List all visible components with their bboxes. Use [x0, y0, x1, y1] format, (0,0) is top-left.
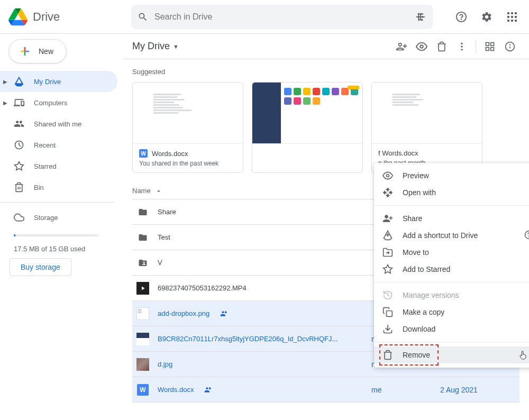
svg-point-6 — [420, 45, 423, 48]
header-icons — [451, 6, 525, 28]
details-button[interactable] — [500, 37, 519, 56]
logo-area[interactable]: Drive — [4, 7, 127, 26]
file-icon — [136, 282, 149, 295]
sidebar-divider — [0, 202, 114, 203]
word-doc-icon: W — [139, 149, 148, 158]
col-name-header[interactable]: Name — [132, 187, 371, 195]
svg-point-2 — [421, 19, 423, 21]
ctx-item-preview[interactable]: Preview — [374, 167, 529, 184]
file-icon — [136, 231, 149, 244]
share-button[interactable] — [392, 37, 411, 56]
table-row[interactable]: WWords.docxme2 Aug 2021 — [132, 377, 519, 403]
plus-icon — [19, 45, 31, 58]
file-name: V — [158, 259, 162, 267]
chevron-right-icon: ▶ — [3, 100, 7, 106]
drive-logo-icon — [8, 7, 28, 26]
sidebar-item-starred[interactable]: Starred — [0, 156, 117, 177]
help-icon[interactable] — [524, 230, 529, 241]
nav-label: Shared with me — [34, 120, 81, 128]
ctx-item-moveto[interactable]: Move to — [374, 244, 529, 261]
sidebar-item-shared[interactable]: Shared with me — [0, 113, 117, 134]
file-name: d.jpg — [158, 360, 172, 368]
nav-label: Recent — [34, 141, 56, 149]
suggested-card[interactable] — [252, 82, 363, 173]
search-icon — [138, 12, 148, 22]
preview-button[interactable] — [412, 37, 431, 56]
remove-icon — [382, 350, 393, 360]
file-icon — [136, 206, 149, 218]
sidebar-item-computers[interactable]: ▶ Computers — [0, 92, 117, 113]
preview-icon — [382, 170, 393, 181]
card-sub: You shared in the past week — [139, 160, 236, 167]
help-button[interactable] — [451, 6, 472, 28]
ctx-item-copy[interactable]: Make a copy — [374, 304, 529, 321]
nav: ▶ My Drive ▶ Computers Shared with me Re… — [0, 71, 123, 276]
breadcrumb[interactable]: My Drive ▼ — [132, 41, 179, 52]
bin-icon — [14, 182, 24, 193]
new-button-label: New — [39, 47, 53, 56]
card-title: f Words.docx — [378, 149, 418, 157]
card-thumb — [372, 83, 482, 144]
delete-button[interactable] — [432, 37, 451, 56]
file-icon — [136, 333, 149, 345]
file-owner: me — [371, 386, 440, 394]
ctx-label: Make a copy — [403, 308, 444, 316]
file-name: B9CR82Cn7011Lr7xhsg5ltyjYGDPE206q_Id_Dcv… — [158, 335, 338, 343]
header: Drive — [0, 0, 529, 34]
ctx-item-share[interactable]: Share — [374, 210, 529, 227]
suggested-card[interactable]: f Words.docx n the past month — [371, 82, 482, 173]
ctx-separator — [374, 342, 529, 342]
chevron-right-icon: ▶ — [3, 79, 7, 85]
file-icon — [136, 358, 149, 371]
file-name: 6982374075053162292.MP4 — [158, 284, 247, 292]
search-bar[interactable] — [131, 5, 433, 29]
svg-point-9 — [461, 49, 462, 50]
sidebar-item-my-drive[interactable]: ▶ My Drive — [0, 71, 117, 92]
moveto-icon — [382, 247, 393, 258]
versions-icon — [382, 290, 393, 300]
share-icon — [382, 213, 393, 224]
file-name: Test — [158, 233, 170, 241]
ctx-item-shortcut[interactable]: Add a shortcut to Drive — [374, 227, 529, 244]
nav-label: My Drive — [34, 78, 61, 86]
ctx-item-download[interactable]: Download — [374, 321, 529, 337]
toolbar-actions — [392, 37, 519, 56]
file-icon: ▪▪▪▪▪▪▪▪▪ — [136, 307, 149, 320]
more-button[interactable] — [452, 37, 471, 56]
breadcrumb-label: My Drive — [132, 41, 170, 52]
starred-icon — [14, 161, 24, 171]
ctx-label: Preview — [403, 171, 429, 180]
nav-label: Computers — [34, 99, 68, 107]
context-menu: PreviewOpen with›ShareAdd a shortcut to … — [374, 163, 529, 368]
suggested-row: WWords.docx You shared in the past week … — [132, 82, 519, 173]
suggested-card[interactable]: WWords.docx You shared in the past week — [132, 82, 243, 173]
search-options-icon[interactable] — [415, 11, 426, 23]
settings-button[interactable] — [476, 6, 497, 28]
file-name: Share — [158, 208, 176, 216]
svg-point-16 — [510, 44, 510, 45]
sidebar-item-storage[interactable]: Storage — [0, 207, 117, 228]
cloud-icon — [14, 212, 24, 223]
buy-storage-button[interactable]: Buy storage — [10, 258, 71, 276]
sidebar-item-bin[interactable]: Bin — [0, 177, 117, 198]
search-input[interactable] — [154, 12, 415, 22]
sidebar-item-recent[interactable]: Recent — [0, 134, 117, 156]
ctx-label: Manage versions — [403, 291, 459, 299]
new-button[interactable]: New — [8, 39, 67, 63]
card-thumb — [252, 83, 362, 144]
file-icon: W — [136, 384, 149, 396]
nav-label: Starred — [34, 162, 57, 170]
toolbar-divider — [476, 40, 476, 53]
grid-view-button[interactable] — [480, 37, 499, 56]
ctx-item-remove[interactable]: Remove — [374, 346, 529, 363]
apps-button[interactable] — [501, 6, 523, 28]
recent-icon — [14, 140, 24, 150]
ctx-separator — [374, 205, 529, 206]
card-title: Words.docx — [152, 150, 188, 158]
ctx-item-openwith[interactable]: Open with› — [374, 184, 529, 201]
suggested-label: Suggested — [132, 68, 519, 76]
main: My Drive ▼ Suggested WWords.docx You sha… — [123, 34, 529, 420]
ctx-item-star[interactable]: Add to Starred — [374, 261, 529, 278]
nav-label: Bin — [34, 184, 44, 191]
file-name: Words.docx — [158, 386, 194, 394]
